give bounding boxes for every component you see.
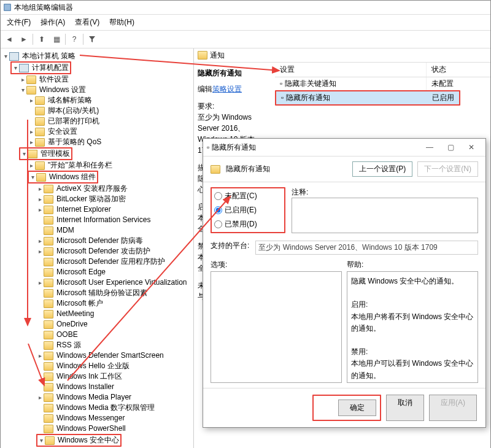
radio-enabled[interactable]: 已启用(E) [214,205,282,215]
tree-windows-security[interactable]: Windows 安全中心 [56,435,120,446]
list-row[interactable]: ▫隐藏非关键通知 未配置 [275,77,490,90]
tree-pane[interactable]: ▾本地计算机 策略 ▾计算机配置 ▸软件设置 ▾Windows 设置 ▸域名解析… [1,48,194,448]
menu-view[interactable]: 查看(V) [71,16,103,29]
cancel-button[interactable]: 取消 [386,395,424,421]
support-label: 支持的平台: [211,241,249,255]
window-title: 本地组策略编辑器 [14,2,73,13]
state-radios: 未配置(C) 已启用(E) 已禁用(D) [211,187,285,233]
close-button[interactable]: ✕ [461,141,482,154]
help-pane: 隐藏 Windows 安全中心的通知。 启用: 本地用户将看不到 Windows… [347,271,478,383]
menu-file[interactable]: 文件(F) [3,16,34,29]
fwd-button[interactable]: ► [18,33,30,45]
menubar: 文件(F) 操作(A) 查看(V) 帮助(H) [1,15,490,31]
next-setting-button: 下一个设置(N) [417,161,478,177]
col-setting[interactable]: 设置 [275,63,427,77]
back-button[interactable]: ◄ [3,33,15,45]
policy-dialog: ▫隐藏所有通知 — ▢ ✕ 隐藏所有通知 上一个设置(P) 下一个设置(N) 未… [203,138,486,428]
dialog-titlebar: ▫隐藏所有通知 — ▢ ✕ [203,139,485,156]
help-button[interactable]: ? [68,33,80,45]
tree-windows-components[interactable]: Windows 组件 [48,172,97,182]
radio-disabled[interactable]: 已禁用(D) [214,219,282,230]
tree-admin-templates[interactable]: 管理模板 [39,149,71,159]
ok-button[interactable]: 确定 [338,400,376,416]
tree-root[interactable]: 本地计算机 策略 [21,51,77,61]
dialog-heading: 隐藏所有通知 [226,164,270,174]
comment-input[interactable] [292,198,478,233]
list-header: 设置 状态 [275,63,490,77]
toolbar: ◄ ► ⬆ ▦ ? [1,31,490,48]
dialog-title: 隐藏所有通知 [212,142,256,153]
options-pane [211,271,342,383]
titlebar: 本地组策略编辑器 [1,1,490,15]
up-button[interactable]: ⬆ [36,33,48,45]
menu-help[interactable]: 帮助(H) [106,16,138,29]
policy-name: 隐藏所有通知 [198,68,271,79]
edit-policy-link[interactable]: 策略设置 [212,85,242,93]
col-state[interactable]: 状态 [427,63,490,77]
prev-setting-button[interactable]: 上一个设置(P) [352,161,412,177]
list-row-selected[interactable]: ▫隐藏所有通知 已启用 [275,90,460,106]
path-bar: 通知 [194,48,490,63]
radio-not-configured[interactable]: 未配置(C) [214,191,282,201]
minimize-button[interactable]: — [419,141,440,154]
detail-button[interactable]: ▦ [50,33,63,45]
menu-action[interactable]: 操作(A) [37,16,69,29]
app-icon [3,3,12,12]
tree-computer-config[interactable]: 计算机配置 [31,63,70,73]
maximize-button[interactable]: ▢ [440,141,461,154]
apply-button: 应用(A) [429,395,477,421]
comment-label: 注释: [292,187,478,198]
dialog-icon: ▫ [207,143,209,152]
support-text: 至少为 Windows Server 2016、Windows 10 版本 17… [255,241,478,255]
filter-button[interactable] [86,33,98,45]
svg-rect-0 [4,4,11,11]
